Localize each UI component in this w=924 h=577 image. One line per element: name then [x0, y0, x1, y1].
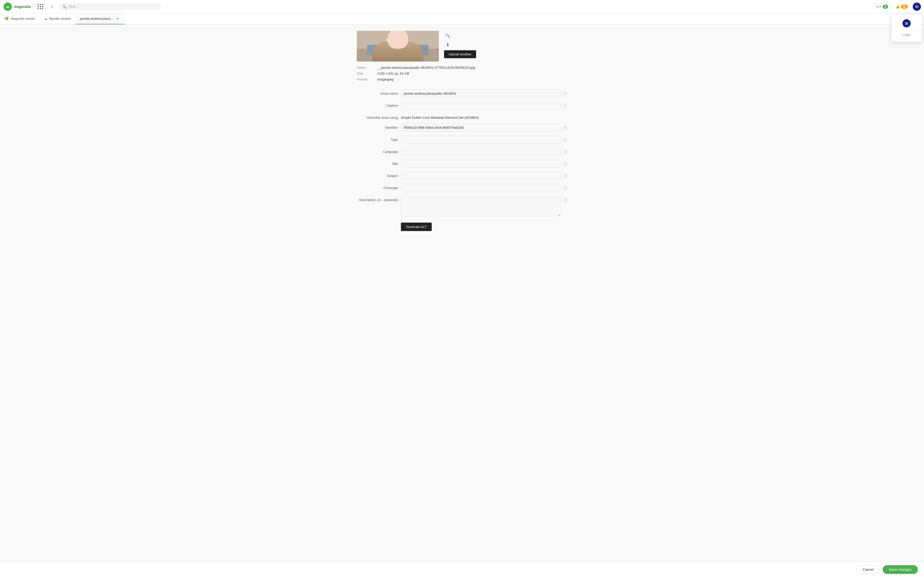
- language-row: Language ?: [357, 148, 567, 156]
- search-placeholder: Find...: [68, 5, 79, 9]
- topbar-right: ✓✓ 0 🔔 32 Si: [873, 3, 921, 11]
- asset-name-help-icon[interactable]: ?: [563, 92, 567, 96]
- meta-size-label: Size: [357, 71, 377, 76]
- tab-label-pexels: pexels-andrea-piacq...: [80, 17, 113, 21]
- user-avatar[interactable]: Si: [913, 3, 921, 11]
- coverage-help-icon[interactable]: ?: [563, 186, 567, 190]
- description-label: Description (AI - powered): [357, 196, 398, 202]
- svg-rect-5: [367, 45, 429, 55]
- coverage-label: Coverage: [357, 184, 398, 190]
- preview-illustration: [357, 31, 439, 61]
- star-icon: ☆: [50, 4, 54, 10]
- coverage-row: Coverage ?: [357, 184, 567, 192]
- generate-alt-row: Generate ALT: [357, 221, 567, 231]
- svg-point-6: [381, 44, 399, 59]
- svg-point-10: [392, 50, 401, 57]
- file-metadata: Name __pexels-andrea-piacquadio-3819541.…: [347, 66, 578, 87]
- svg-text:m: m: [6, 5, 9, 9]
- description-textarea[interactable]: [401, 196, 561, 216]
- bottom-bar: Cancel Save changes: [0, 562, 924, 577]
- svg-point-11: [394, 47, 400, 53]
- caption-help-icon[interactable]: ?: [563, 103, 567, 108]
- popup-avatar[interactable]: Si: [903, 19, 911, 27]
- grid-menu-button[interactable]: [36, 2, 45, 11]
- description-control: ?: [401, 196, 567, 216]
- identifier-control: ?: [401, 124, 567, 132]
- upload-another-button[interactable]: Upload another: [444, 50, 476, 58]
- asset-name-label: Asset name: [357, 90, 398, 95]
- type-row: Type ?: [357, 135, 567, 143]
- download-icon[interactable]: ⬇: [444, 41, 451, 48]
- meta-name-label: Name: [357, 66, 377, 69]
- subject-input[interactable]: [401, 172, 561, 180]
- meta-format-label: Format: [357, 77, 377, 81]
- language-label: Language: [357, 148, 398, 154]
- describe-control: Simple Dublin Core Metadata Element Set …: [401, 114, 567, 119]
- description-row: Description (AI - powered) ?: [357, 196, 567, 216]
- language-input[interactable]: [401, 148, 561, 156]
- tab-label-magnolia: Magnolia assets: [11, 17, 35, 21]
- meta-format-row: Format image/jpeg: [357, 77, 567, 81]
- tab-close-pexels[interactable]: ✕: [115, 17, 120, 21]
- title-help-icon[interactable]: ?: [563, 162, 567, 166]
- generate-alt-button[interactable]: Generate ALT: [401, 222, 432, 231]
- subject-label: Subject: [357, 172, 398, 178]
- tab-magnolia-assets[interactable]: 🌿 Magnolia assets: [0, 13, 40, 24]
- image-section: 🔍 ⬇ Upload another: [347, 25, 578, 66]
- subject-row: Subject ?: [357, 172, 567, 180]
- image-preview: [357, 31, 439, 61]
- meta-size-value: 1192 x 631 px, 61 KB: [377, 71, 409, 76]
- meta-format-value: image/jpeg: [377, 77, 394, 81]
- asset-name-input[interactable]: [401, 90, 561, 97]
- subject-help-icon[interactable]: ?: [563, 174, 567, 179]
- cancel-button[interactable]: Cancel: [857, 565, 880, 574]
- tab-label-bynder: Bynder assets: [50, 17, 71, 21]
- meta-name-row: Name __pexels-andrea-piacquadio-3819541.…: [357, 66, 567, 69]
- svg-point-7: [385, 38, 395, 48]
- tasks-icon: ✓✓: [876, 5, 882, 8]
- meta-filename: __pexels-andrea-piacquadio-3819541.37793…: [377, 66, 475, 69]
- notifications-badge: 32: [901, 5, 908, 9]
- svg-point-9: [401, 39, 410, 48]
- zoom-icon[interactable]: 🔍: [444, 32, 451, 39]
- popup-login-link[interactable]: Login: [892, 32, 922, 39]
- tab-pexels[interactable]: pexels-andrea-piacq... ✕: [75, 13, 125, 24]
- title-label: Title: [357, 160, 398, 166]
- caption-input[interactable]: [401, 102, 561, 110]
- user-popup: Si Login: [891, 14, 922, 42]
- identifier-input[interactable]: [401, 124, 561, 132]
- language-help-icon[interactable]: ?: [563, 150, 567, 155]
- type-label: Type: [357, 135, 398, 142]
- description-help-icon[interactable]: ?: [563, 198, 567, 203]
- title-input[interactable]: [401, 160, 561, 168]
- identifier-help-icon[interactable]: ?: [563, 126, 567, 130]
- describe-label: Describe asset using: [357, 114, 398, 119]
- image-actions: 🔍 ⬇ Upload another: [444, 31, 476, 58]
- type-help-icon[interactable]: ?: [563, 138, 567, 142]
- describe-value: Simple Dublin Core Metadata Element Set …: [401, 114, 479, 119]
- type-input[interactable]: [401, 135, 561, 143]
- asset-name-control: ?: [401, 90, 567, 97]
- subject-control: ?: [401, 172, 567, 180]
- save-changes-button[interactable]: Save changes: [883, 565, 918, 574]
- search-icon: 🔍: [62, 5, 66, 9]
- tasks-button[interactable]: ✓✓ 0: [873, 3, 891, 10]
- notifications-button[interactable]: 🔔 32: [893, 3, 911, 10]
- leaf-icon: 🌿: [5, 17, 9, 21]
- main-content: 🔍 ⬇ Upload another Name __pexels-andrea-…: [0, 25, 924, 577]
- tasks-badge: 0: [883, 5, 888, 9]
- asset-name-row: Asset name ?: [357, 90, 567, 97]
- caption-control: ?: [401, 102, 567, 110]
- tabbar: 🌿 Magnolia assets ☁ Bynder assets pexels…: [0, 13, 924, 25]
- caption-label: Caption: [357, 102, 398, 108]
- favorites-button[interactable]: ☆: [47, 2, 57, 11]
- coverage-input[interactable]: [401, 184, 561, 192]
- svg-point-8: [398, 44, 413, 58]
- describe-row: Describe asset using Simple Dublin Core …: [357, 114, 567, 119]
- identifier-row: Identifier ?: [357, 124, 567, 132]
- search-bar[interactable]: 🔍 Find...: [58, 3, 161, 10]
- svg-point-4: [367, 45, 429, 55]
- popup-divider: [892, 31, 922, 31]
- topbar: m magnolia ☆ 🔍 Find... ✓✓ 0 🔔 32 Si: [0, 0, 924, 13]
- tab-bynder-assets[interactable]: ☁ Bynder assets: [40, 13, 75, 24]
